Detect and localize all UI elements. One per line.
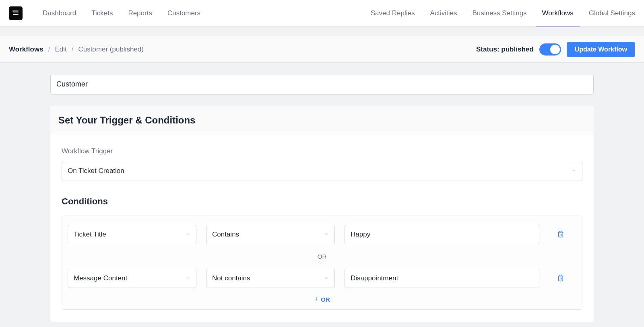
condition-operator-value: Contains [212, 230, 239, 239]
nav-business-settings[interactable]: Business Settings [472, 0, 526, 26]
condition-value-input[interactable] [345, 225, 539, 244]
chevron-down-icon [324, 274, 329, 282]
nav-workflows[interactable]: Workflows [542, 0, 574, 26]
chevron-down-icon [572, 167, 576, 175]
nav-tickets[interactable]: Tickets [91, 0, 113, 26]
update-workflow-button[interactable]: Update Workflow [567, 42, 635, 57]
sub-header: Workflows / Edit / Customer (published) … [0, 36, 644, 63]
condition-field-select[interactable]: Ticket Title [68, 225, 196, 244]
chevron-down-icon [324, 230, 329, 239]
breadcrumb-leaf: Customer (published) [78, 45, 144, 53]
section-title: Set Your Trigger & Conditions [58, 115, 586, 126]
delete-condition-button[interactable] [549, 271, 576, 286]
trash-icon [557, 274, 564, 282]
condition-field-value: Ticket Title [74, 230, 106, 239]
conditions-title: Conditions [62, 196, 582, 207]
nav-saved-replies[interactable]: Saved Replies [371, 0, 415, 26]
condition-field-select[interactable]: Message Content [68, 269, 196, 288]
nav-reports[interactable]: Reports [128, 0, 152, 26]
nav-global-settings[interactable]: Global Settings [589, 0, 635, 26]
trigger-label: Workflow Trigger [62, 147, 582, 155]
breadcrumb-sep: / [48, 45, 50, 53]
condition-operator-select[interactable]: Not contains [206, 269, 335, 288]
section-body: Workflow Trigger On Ticket Creation Cond… [50, 135, 594, 322]
nav-right: Saved Replies Activities Business Settin… [371, 0, 635, 26]
add-or-condition-button[interactable]: + OR [68, 288, 576, 304]
condition-operator-value: Not contains [212, 274, 250, 282]
delete-condition-button[interactable] [549, 227, 576, 242]
trigger-conditions-section: Set Your Trigger & Conditions Workflow T… [50, 106, 594, 322]
condition-value-input[interactable] [345, 269, 539, 288]
trash-icon [557, 230, 564, 238]
nav-activities[interactable]: Activities [430, 0, 457, 26]
workflow-name-input[interactable] [50, 74, 594, 95]
chevron-down-icon [186, 230, 190, 239]
content: Set Your Trigger & Conditions Workflow T… [34, 63, 610, 327]
subheader-right: Status: published Update Workflow [476, 42, 635, 57]
nav-dashboard[interactable]: Dashboard [43, 0, 76, 26]
breadcrumb-mid[interactable]: Edit [55, 45, 66, 53]
section-header: Set Your Trigger & Conditions [50, 106, 594, 135]
add-or-label: OR [321, 296, 330, 303]
plus-icon: + [314, 295, 318, 304]
breadcrumb: Workflows / Edit / Customer (published) [9, 45, 144, 53]
workflow-trigger-select[interactable]: On Ticket Creation [62, 161, 582, 181]
breadcrumb-sep: / [72, 45, 74, 53]
toggle-handle [550, 45, 560, 54]
condition-field-value: Message Content [74, 274, 127, 282]
status-toggle[interactable] [539, 43, 561, 56]
breadcrumb-root[interactable]: Workflows [9, 45, 43, 53]
condition-operator-select[interactable]: Contains [206, 225, 335, 244]
chevron-down-icon [186, 274, 190, 282]
status-label: Status: published [476, 45, 534, 53]
top-header: Dashboard Tickets Reports Customers Save… [0, 0, 644, 27]
or-separator: OR [68, 244, 576, 269]
conditions-box: Ticket Title Contains [62, 216, 582, 310]
trigger-select-value: On Ticket Creation [68, 167, 124, 175]
nav-left: Dashboard Tickets Reports Customers [43, 0, 200, 26]
condition-row: Ticket Title Contains [68, 225, 576, 244]
app-logo[interactable] [9, 6, 23, 20]
condition-row: Message Content Not contains [68, 269, 576, 288]
nav-customers[interactable]: Customers [167, 0, 200, 26]
